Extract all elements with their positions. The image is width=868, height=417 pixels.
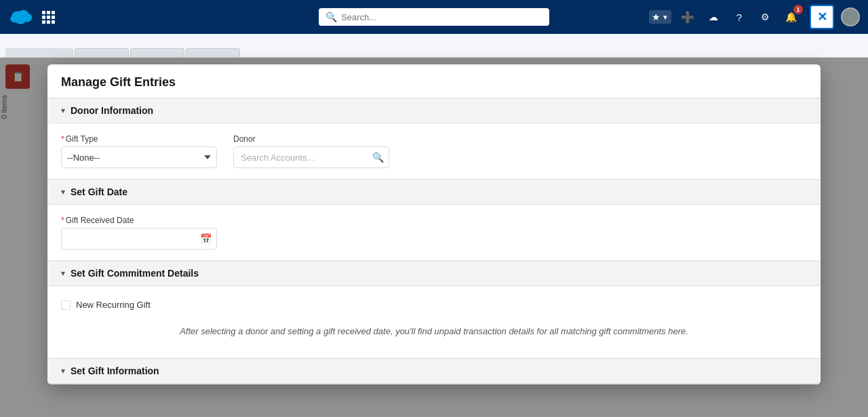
donor-fields-row: *Gift Type --None-- One-Time Gift Recurr… bbox=[61, 134, 807, 168]
manage-gift-entries-modal: Manage Gift Entries ▾ Donor Information bbox=[47, 64, 821, 384]
donor-search-icon: 🔍 bbox=[372, 152, 384, 163]
nav-tab-1[interactable] bbox=[5, 48, 73, 57]
new-recurring-gift-row: New Recurring Gift bbox=[61, 300, 807, 310]
gift-received-date-label: *Gift Received Date bbox=[61, 216, 807, 225]
gift-received-date-input[interactable] bbox=[61, 228, 217, 250]
settings-icon[interactable]: ⚙ bbox=[755, 7, 774, 26]
modal-body: ▾ Donor Information *Gift Type --Non bbox=[47, 98, 821, 384]
set-gift-commitment-details-body: New Recurring Gift After selecting a don… bbox=[47, 286, 821, 358]
donor-label: Donor bbox=[233, 134, 389, 144]
gift-type-label: *Gift Type bbox=[61, 134, 217, 144]
set-gift-date-header[interactable]: ▾ Set Gift Date bbox=[47, 180, 821, 205]
set-gift-information-section: ▾ Set Gift Information bbox=[47, 359, 821, 384]
set-gift-commitment-details-header[interactable]: ▾ Set Gift Commitment Details bbox=[47, 261, 821, 286]
nav-tab-2[interactable] bbox=[75, 48, 129, 57]
chevron-down-icon-2: ▾ bbox=[61, 187, 65, 197]
set-gift-commitment-details-title: Set Gift Commitment Details bbox=[71, 268, 199, 279]
set-gift-date-title: Set Gift Date bbox=[71, 186, 127, 197]
gift-received-date-wrap: 📅 bbox=[61, 228, 217, 250]
nav-tab-3[interactable] bbox=[130, 48, 184, 57]
chevron-down-icon-3: ▾ bbox=[61, 269, 65, 278]
salesforce-logo[interactable] bbox=[8, 7, 35, 28]
user-avatar[interactable] bbox=[841, 7, 860, 26]
page-background: 📋 0 items Manage Gift Entries ▾ Donor In… bbox=[0, 58, 868, 417]
search-icon: 🔍 bbox=[326, 12, 337, 22]
notifications-icon[interactable]: 🔔 1 bbox=[781, 7, 800, 26]
gift-received-date-group: *Gift Received Date 📅 bbox=[61, 216, 807, 250]
donor-search-wrap: 🔍 bbox=[233, 146, 389, 168]
donor-information-section: ▾ Donor Information *Gift Type --Non bbox=[47, 98, 821, 180]
set-gift-information-title: Set Gift Information bbox=[71, 365, 159, 376]
add-icon[interactable]: ➕ bbox=[678, 7, 697, 26]
set-gift-date-section: ▾ Set Gift Date *Gift Received Date 📅 bbox=[47, 180, 821, 261]
nav-icons: ★ ▼ ➕ ☁ ? ⚙ 🔔 1 ✕ bbox=[649, 5, 860, 29]
app-launcher-icon[interactable] bbox=[42, 11, 55, 24]
donor-information-body: *Gift Type --None-- One-Time Gift Recurr… bbox=[47, 123, 821, 179]
donor-group: Donor 🔍 bbox=[233, 134, 389, 168]
required-star-2: * bbox=[61, 216, 64, 225]
gift-type-select[interactable]: --None-- One-Time Gift Recurring Gift In… bbox=[61, 146, 217, 168]
donor-information-section-header[interactable]: ▾ Donor Information bbox=[47, 98, 821, 123]
commitment-info-text: After selecting a donor and setting a gi… bbox=[61, 310, 807, 347]
set-gift-commitment-details-section: ▾ Set Gift Commitment Details New Recurr… bbox=[47, 261, 821, 359]
chevron-down-icon: ▾ bbox=[61, 106, 65, 115]
notification-badge: 1 bbox=[793, 5, 803, 14]
top-navigation: 🔍 ★ ▼ ➕ ☁ ? ⚙ 🔔 1 ✕ bbox=[0, 0, 868, 34]
global-search-bar: 🔍 bbox=[319, 8, 549, 26]
global-search-input[interactable] bbox=[341, 12, 542, 22]
gift-type-group: *Gift Type --None-- One-Time Gift Recurr… bbox=[61, 134, 217, 168]
help-icon[interactable]: ? bbox=[730, 7, 749, 26]
set-gift-information-header[interactable]: ▾ Set Gift Information bbox=[47, 359, 821, 384]
nav-tab-4[interactable] bbox=[186, 48, 240, 57]
donor-information-title: Donor Information bbox=[71, 105, 153, 116]
set-gift-date-body: *Gift Received Date 📅 bbox=[47, 205, 821, 260]
favorites-icon[interactable]: ★ ▼ bbox=[649, 10, 671, 24]
sub-navigation bbox=[0, 34, 868, 58]
new-recurring-gift-checkbox[interactable] bbox=[61, 300, 71, 310]
modal-title: Manage Gift Entries bbox=[61, 75, 807, 90]
modal-overlay: Manage Gift Entries ▾ Donor Information bbox=[0, 58, 868, 417]
donor-search-input[interactable] bbox=[233, 146, 389, 168]
new-recurring-gift-label: New Recurring Gift bbox=[76, 300, 151, 310]
modal-header: Manage Gift Entries bbox=[47, 64, 821, 98]
close-button[interactable]: ✕ bbox=[810, 5, 834, 29]
svg-point-4 bbox=[10, 15, 19, 22]
calendar-icon: 📅 bbox=[200, 233, 212, 244]
required-star: * bbox=[61, 134, 64, 144]
cloud-icon[interactable]: ☁ bbox=[704, 7, 723, 26]
chevron-down-icon-4: ▾ bbox=[61, 366, 65, 376]
